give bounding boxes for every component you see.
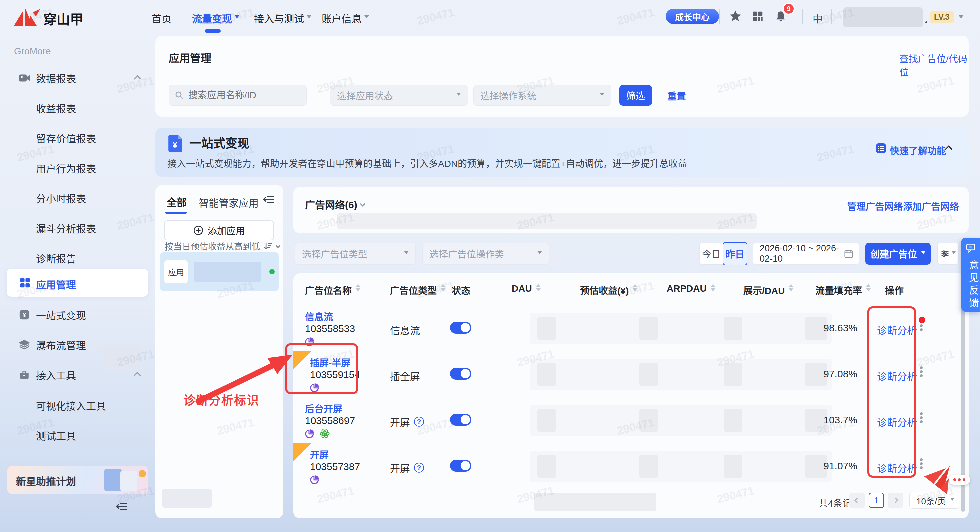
chevron-down-icon[interactable] [360,201,365,207]
status-toggle-on[interactable] [450,414,471,426]
col-impressions-dau[interactable]: 展示/DAU [743,284,793,297]
table-settings-button[interactable] [937,243,959,264]
page-number-current[interactable]: 1 [869,493,884,508]
col-slot-name[interactable]: 广告位名称 [305,284,360,297]
create-slot-button[interactable]: 创建广告位 [865,243,931,264]
nav-home[interactable]: 首页 [152,11,172,25]
col-fill-rate[interactable]: 流量填充率 [815,284,871,297]
user-name-redacted[interactable] [843,7,923,27]
help-icon[interactable]: ? [414,417,424,427]
today-toggle[interactable]: 今日 [699,243,723,264]
search-input[interactable] [188,90,298,101]
more-actions-icon[interactable] [920,458,923,461]
tab-all-apps[interactable]: 全部 [167,194,187,209]
add-network-link[interactable]: ＋添加广告网络 [894,199,959,213]
prev-page-button[interactable] [850,493,865,508]
next-page-button[interactable] [888,493,903,508]
app-search-field[interactable] [169,85,307,106]
status-toggle-on[interactable] [450,322,471,334]
app-status-select[interactable]: 选择应用状态 [330,85,468,106]
sidebar-item-app-management[interactable]: 应用管理 [7,269,148,297]
fill-rate-value: 103.7% [788,414,858,426]
divider [719,10,720,24]
slot-name-link[interactable]: 后台开屏 [305,402,342,415]
quick-guide-link[interactable]: 快速了解功能 [890,144,946,157]
nav-monetization[interactable]: 流量变现 [192,11,239,25]
sidebar-item-user-behavior-report[interactable]: 用户行为报表 [0,157,150,179]
star-icon[interactable] [729,10,742,24]
tab-smart-apps[interactable]: 智能管家应用 [199,195,259,210]
sidebar-item-data-reports[interactable]: 数据报表 [0,67,150,89]
app-grid-icon [19,277,31,290]
os-select[interactable]: 选择操作系统 [473,85,611,106]
collapse-banner-icon[interactable] [945,145,953,153]
calendar-icon [844,248,854,259]
status-toggle-on[interactable] [450,460,471,471]
user-menu-caret-icon[interactable] [958,15,964,21]
more-actions-icon[interactable] [920,413,923,415]
sort-icon[interactable] [711,284,715,291]
status-toggle-on[interactable] [450,368,471,380]
apps-grid-icon[interactable] [751,10,764,24]
sidebar-item-one-stop-monetization[interactable]: ¥ 一站式变现 [0,304,150,325]
pie-chart-icon[interactable] [304,428,315,440]
col-status: 状态 [452,284,470,297]
sidebar: GroMore 数据报表 收益报表 留存价值报表 用户行为报表 分小时报表 漏斗… [0,33,155,532]
date-range-picker[interactable]: 2026-02-10 ~ 2026-02-10 [752,243,859,264]
search-icon [174,90,185,100]
chevron-down-icon [600,93,605,98]
sort-icon[interactable] [633,284,637,291]
add-app-button[interactable]: 添加应用 [164,220,274,241]
growth-center-badge[interactable]: 成长中心 [666,9,719,24]
slot-type-select[interactable]: 选择广告位类型 [295,243,416,264]
assistant-more-badge[interactable] [949,475,970,485]
help-icon[interactable]: ? [414,463,424,473]
col-arpdau[interactable]: ARPDAU [667,284,715,294]
app-list-item-selected[interactable]: 应用 [160,252,278,291]
collapse-sidebar-icon[interactable] [115,501,128,513]
sort-row[interactable]: 按当日预估收益从高到低 [165,240,280,252]
sort-icon[interactable] [789,284,793,291]
banner-description: 接入一站式变现能力，帮助开发者在穿山甲预算的基础上，引入多ADN的预算，并实现一… [167,156,687,170]
ad-network-card: 广告网络(6) 管理广告网络 ＋添加广告网络 [293,187,969,233]
col-slot-type[interactable]: 广告位类型 [390,284,445,297]
network-logos-redacted [337,213,757,229]
more-actions-icon[interactable] [920,366,923,369]
ad-network-title: 广告网络(6) [305,197,357,211]
promo-figure [104,469,122,491]
fill-rate-value: 97.08% [788,368,858,380]
atom-icon[interactable] [319,428,330,440]
nav-integration-test[interactable]: 接入与测试 [254,11,311,25]
sidebar-item-funnel-report[interactable]: 漏斗分析报表 [0,217,150,239]
slot-action-select[interactable]: 选择广告位操作类 [422,243,549,264]
sidebar-group-label: GroMore [14,46,51,57]
sidebar-item-retention-value-report[interactable]: 留存价值报表 [0,127,150,149]
sidebar-item-test-tool[interactable]: 测试工具 [0,425,150,446]
sort-icon[interactable] [356,284,360,291]
yesterday-toggle-selected[interactable]: 昨日 [723,242,747,265]
slot-name-link[interactable]: 开屏 [310,448,329,461]
banner-title: 一站式变现 [189,134,249,151]
redacted-metrics [530,359,832,390]
sidebar-item-hourly-report[interactable]: 分小时报表 [0,187,150,209]
promo-banner[interactable]: 新星助推计划 [7,466,148,494]
sidebar-item-diagnosis-report[interactable]: 诊断报告 [0,247,150,269]
sidebar-item-visual-integration-tool[interactable]: 可视化接入工具 [0,395,150,416]
col-est-revenue[interactable]: 预估收益(¥) [580,284,637,297]
reset-button[interactable]: 重置 [667,89,686,102]
sort-icon[interactable] [866,284,871,291]
pie-chart-icon[interactable] [309,474,320,486]
chevron-left-icon [854,498,860,503]
sort-icon[interactable] [536,284,541,291]
collapse-panel-icon[interactable] [262,194,275,205]
slot-name-link[interactable]: 信息流 [305,310,333,323]
find-slot-link[interactable]: 查找广告位/代码位 [899,52,969,78]
col-dau[interactable]: DAU [512,284,541,294]
nav-account-info[interactable]: 账户信息 [322,11,369,25]
language-switch[interactable]: 中 [813,11,822,25]
feedback-tab[interactable]: 意见反馈 [961,238,980,312]
quick-guide-list-icon [875,142,887,156]
filter-button[interactable]: 筛选 [619,85,652,106]
sidebar-item-revenue-report[interactable]: 收益报表 [0,97,150,119]
sort-icon[interactable] [441,284,445,291]
